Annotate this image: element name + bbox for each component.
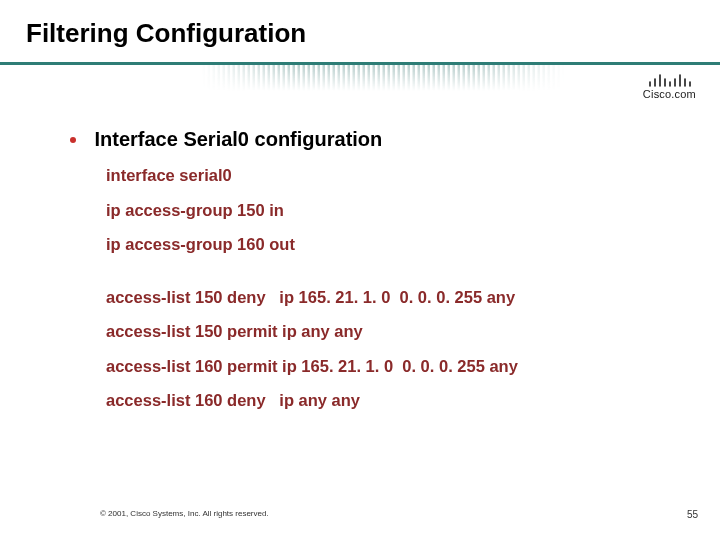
bullet-heading: Interface Serial0 configuration <box>94 128 382 150</box>
bullet-icon <box>70 137 76 143</box>
logo-text: Cisco.com <box>576 88 696 100</box>
cisco-logo: Cisco.com <box>576 70 696 104</box>
config-line: access-list 150 permit ip any any <box>106 323 670 340</box>
bullet-row: Interface Serial0 configuration <box>70 128 670 151</box>
config-line: access-list 160 deny ip any any <box>106 392 670 409</box>
config-line: ip access-group 150 in <box>106 202 670 219</box>
cisco-bridge-icon <box>646 70 696 88</box>
config-line: access-list 160 permit ip 165. 21. 1. 0 … <box>106 358 670 375</box>
config-gap <box>106 271 670 289</box>
page-number: 55 <box>687 509 698 520</box>
slide-title: Filtering Configuration <box>26 18 306 49</box>
title-divider: Cisco.com <box>0 62 720 106</box>
content-area: Interface Serial0 configuration interfac… <box>70 128 670 427</box>
config-line: interface serial0 <box>106 167 670 184</box>
slide: Filtering Configuration Cisco.com <box>0 0 720 540</box>
divider-comb-fade <box>200 65 565 91</box>
config-line: ip access-group 160 out <box>106 236 670 253</box>
config-block: interface serial0 ip access-group 150 in… <box>106 167 670 409</box>
copyright-text: © 2001, Cisco Systems, Inc. All rights r… <box>100 509 269 518</box>
config-line: access-list 150 deny ip 165. 21. 1. 0 0.… <box>106 289 670 306</box>
